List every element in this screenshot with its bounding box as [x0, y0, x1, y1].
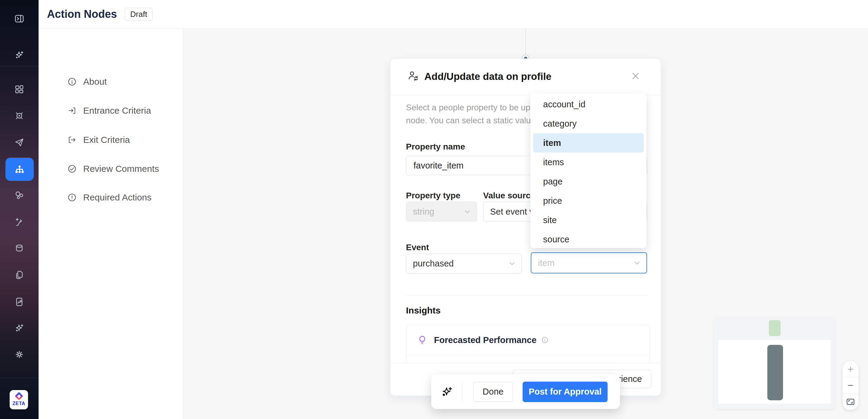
modal-footer-divider	[391, 363, 661, 363]
event-label: Event	[406, 243, 429, 252]
sidebar-item-required-actions[interactable]: Required Actions	[67, 188, 152, 207]
dropdown-option-site[interactable]: site	[533, 210, 644, 230]
zeta-logo[interactable]: ZETA	[10, 390, 28, 409]
info-circle-icon	[67, 77, 76, 86]
collapse-sidebar-icon[interactable]	[14, 13, 24, 24]
exit-icon	[67, 136, 76, 144]
alert-circle-icon	[67, 193, 76, 202]
dropdown-option-items[interactable]: items	[533, 152, 644, 172]
action-bar-divider	[462, 382, 462, 401]
insights-heading: Insights	[406, 305, 441, 316]
dropdown-option-page[interactable]: page	[533, 172, 644, 191]
nav-label: Required Actions	[83, 192, 152, 203]
zoom-out-button[interactable]: −	[843, 377, 858, 394]
insights-divider	[406, 295, 647, 296]
settings-gear-icon[interactable]	[14, 349, 24, 360]
event-select[interactable]: purchased	[406, 253, 522, 273]
event-property-placeholder: item	[538, 258, 555, 268]
done-button[interactable]: Done	[473, 382, 513, 402]
forecasted-performance-card: Forecasted Performance	[406, 325, 650, 363]
top-bar: Action Nodes Draft	[38, 0, 868, 29]
sidebar-item-exit-criteria[interactable]: Exit Criteria	[67, 131, 130, 149]
icon-sidebar: ZETA	[0, 0, 38, 419]
person-sync-icon	[407, 70, 420, 82]
dropdown-option-price[interactable]: price	[533, 191, 644, 210]
modal-title: Add/Update data on profile	[424, 71, 552, 82]
fit-view-button[interactable]	[843, 394, 858, 410]
nav-label: About	[83, 77, 107, 87]
target-icon[interactable]	[14, 111, 24, 121]
ai-sparkles-icon-2[interactable]	[14, 323, 24, 333]
report-icon[interactable]	[14, 297, 24, 307]
dashboard-icon[interactable]	[14, 84, 24, 94]
sitemap-icon	[13, 163, 26, 175]
fit-view-icon	[846, 398, 855, 406]
sparkles-icon	[440, 385, 454, 398]
ai-sparkles-icon[interactable]	[14, 50, 24, 60]
flow-minimap[interactable]	[714, 317, 835, 409]
property-type-label: Property type	[406, 191, 461, 201]
dropdown-option-category[interactable]: category	[533, 114, 644, 133]
zeta-diamond-icon	[14, 392, 23, 400]
dropdown-option-item[interactable]: item	[533, 133, 644, 152]
check-circle-icon	[67, 164, 76, 173]
property-name-label: Property name	[406, 142, 465, 152]
zoom-in-button[interactable]: +	[843, 361, 858, 377]
post-for-approval-button[interactable]: Post for Approval	[523, 382, 608, 402]
copies-icon[interactable]	[14, 270, 24, 280]
minimap-node-green	[769, 320, 781, 336]
status-badge: Draft	[125, 8, 153, 21]
chevron-down-icon	[465, 210, 470, 213]
flow-connector-line	[525, 29, 526, 55]
sidebar-divider-bottom	[0, 378, 38, 378]
sidebar-divider	[0, 66, 38, 66]
floating-action-bar: Done Post for Approval	[431, 375, 620, 409]
enter-icon	[67, 106, 76, 115]
nav-label: Exit Criteria	[83, 135, 130, 145]
sidebar-item-entrance-criteria[interactable]: Entrance Criteria	[67, 101, 151, 120]
node-settings-panel: About Entrance Criteria Exit Criteria Re…	[38, 29, 183, 419]
database-icon[interactable]	[14, 243, 24, 253]
close-icon[interactable]	[631, 71, 640, 81]
property-type-select[interactable]: string	[406, 202, 477, 221]
ai-assist-button[interactable]	[440, 385, 454, 398]
lightbulb-icon	[417, 335, 427, 345]
minimap-node-gray	[767, 345, 783, 400]
dropdown-option-account-id[interactable]: account_id	[533, 95, 644, 114]
nav-label: Review Comments	[83, 164, 159, 174]
dropdown-option-source[interactable]: source	[533, 230, 644, 248]
sidebar-item-about[interactable]: About	[67, 73, 107, 91]
segments-icon[interactable]	[14, 190, 24, 201]
event-property-select[interactable]: item	[531, 252, 647, 273]
nav-label: Entrance Criteria	[83, 106, 151, 116]
sidebar-item-review-comments[interactable]: Review Comments	[67, 160, 159, 178]
insights-card-title: Forecasted Performance	[434, 335, 536, 345]
sidebar-item-journey-active[interactable]	[5, 158, 34, 181]
route-sparkle-icon[interactable]	[14, 217, 24, 227]
page-title: Action Nodes	[47, 8, 117, 21]
send-icon[interactable]	[14, 137, 24, 147]
chevron-down-icon	[634, 261, 640, 265]
canvas-zoom-controls: + −	[843, 361, 858, 410]
event-property-dropdown: account_id category item items page pric…	[530, 93, 647, 248]
value-source-label: Value source	[483, 191, 535, 201]
app-window: Action Nodes Draft	[0, 0, 868, 419]
chevron-down-icon	[509, 262, 515, 265]
info-icon[interactable]	[541, 336, 549, 343]
